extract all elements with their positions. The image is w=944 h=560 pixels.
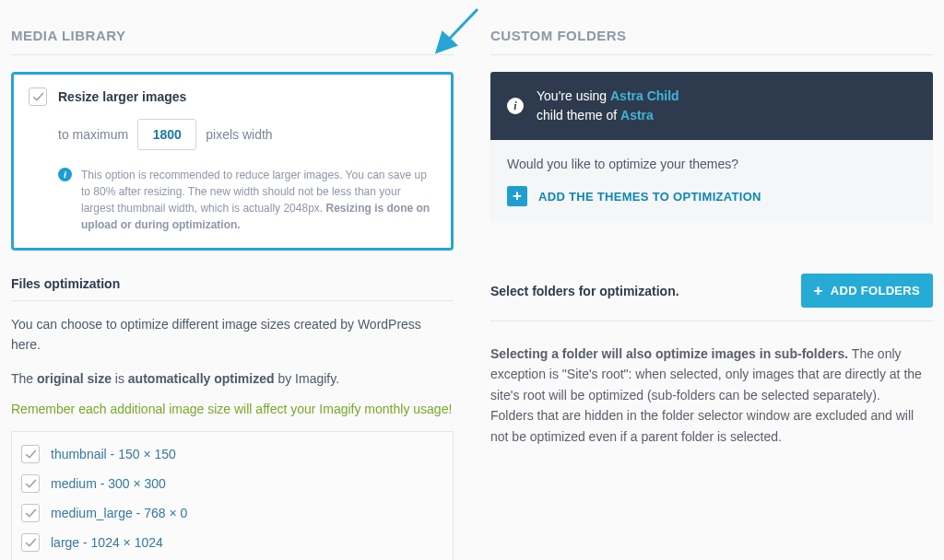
size-checkbox[interactable] [21, 533, 40, 552]
image-sizes-list[interactable]: thumbnail - 150 × 150 medium - 300 × 300… [11, 431, 454, 560]
custom-folders-heading: CUSTOM FOLDERS [490, 0, 933, 55]
select-folders-title: Select folders for optimization. [490, 284, 679, 298]
theme-banner: i You're using Astra Child child theme o… [490, 72, 933, 140]
check-icon [25, 508, 37, 519]
size-label: medium_large - 768 × 0 [51, 506, 187, 520]
plus-icon: + [814, 283, 823, 298]
files-desc: You can choose to optimize different ima… [11, 314, 454, 356]
resize-prefix: to maximum [58, 127, 128, 142]
size-checkbox[interactable] [21, 445, 40, 463]
files-warning: Remember each additional image size will… [11, 402, 454, 416]
resize-width-input[interactable] [137, 119, 196, 150]
check-icon [32, 91, 44, 103]
resize-larger-images-box: Resize larger images to maximum pixels w… [11, 72, 454, 251]
list-item[interactable]: medium - 300 × 300 [18, 469, 447, 498]
plus-icon: + [507, 186, 527, 206]
add-themes-button[interactable]: + ADD THE THEMES TO OPTIMIZATION [507, 186, 761, 206]
check-icon [25, 449, 37, 461]
divider [11, 300, 454, 301]
files-original-line: The original size is automatically optim… [11, 368, 454, 389]
folders-description: Selecting a folder will also optimize im… [490, 344, 933, 447]
info-icon: i [507, 98, 524, 114]
list-item[interactable]: large - 1024 × 1024 [18, 528, 447, 557]
files-optimization-title: Files optimization [11, 276, 454, 300]
resize-checkbox[interactable] [29, 88, 47, 106]
media-library-heading: MEDIA LIBRARY [11, 0, 454, 55]
theme-child-link[interactable]: Astra Child [610, 88, 679, 103]
theme-parent-link[interactable]: Astra [620, 108, 654, 122]
optimize-themes-question: Would you like to optimize your themes? [507, 157, 916, 171]
size-label: medium - 300 × 300 [51, 476, 166, 491]
size-checkbox[interactable] [21, 504, 40, 522]
resize-label: Resize larger images [58, 89, 186, 104]
size-checkbox[interactable] [21, 474, 40, 493]
add-folders-button[interactable]: + ADD FOLDERS [801, 274, 933, 308]
list-item[interactable]: thumbnail - 150 × 150 [18, 439, 447, 469]
resize-suffix: pixels width [206, 127, 272, 142]
size-label: large - 1024 × 1024 [51, 535, 163, 550]
list-item[interactable]: medium_large - 768 × 0 [18, 498, 447, 528]
check-icon [25, 478, 37, 490]
resize-info-text: This option is recommended to reduce lar… [81, 167, 436, 233]
check-icon [25, 537, 37, 549]
info-icon: i [58, 168, 72, 181]
size-label: thumbnail - 150 × 150 [51, 447, 176, 461]
